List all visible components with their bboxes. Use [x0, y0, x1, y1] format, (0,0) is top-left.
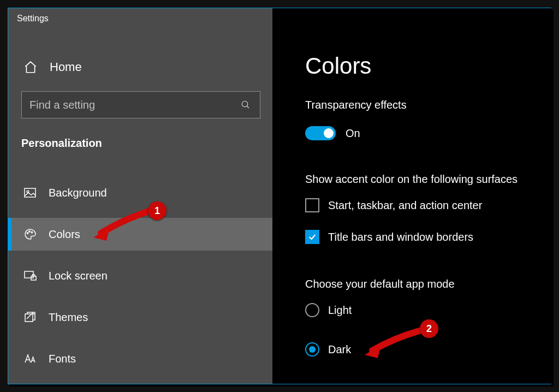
category-heading: Personalization	[21, 137, 102, 150]
page-heading: Colors	[305, 53, 371, 79]
nav-item-label: Fonts	[49, 353, 76, 365]
search-icon	[241, 100, 251, 110]
nav-item-label: Lock screen	[49, 270, 108, 282]
nav-item-label: Themes	[49, 311, 88, 324]
nav-item-label: Background	[49, 187, 107, 199]
checkbox-box	[305, 230, 319, 244]
transparency-toggle-row: On	[305, 126, 360, 140]
radio-circle	[305, 342, 319, 357]
fonts-icon	[23, 352, 37, 365]
app-title: Settings	[17, 14, 49, 23]
nav-item-background[interactable]: Background	[8, 176, 272, 209]
svg-rect-9	[25, 314, 33, 322]
checkbox-box	[305, 198, 319, 212]
nav-home-label: Home	[50, 60, 82, 74]
lock-screen-icon	[23, 269, 37, 282]
radio-label: Light	[328, 304, 352, 317]
home-icon	[23, 60, 38, 74]
nav-item-label: Colors	[49, 228, 80, 241]
picture-icon	[23, 186, 37, 199]
nav-item-lock-screen[interactable]: Lock screen	[8, 259, 272, 292]
themes-icon	[23, 311, 37, 324]
annotation-badge-2: 2	[420, 319, 438, 338]
radio-circle	[305, 303, 319, 317]
radio-light[interactable]: Light	[305, 303, 352, 317]
svg-line-1	[247, 106, 249, 108]
accent-surfaces-heading: Show accent color on the following surfa…	[305, 173, 518, 186]
toggle-knob	[324, 128, 334, 138]
radio-label: Dark	[328, 343, 351, 356]
main-panel: Colors Transparency effects On Show acce…	[272, 8, 552, 384]
palette-icon	[23, 228, 37, 241]
sidebar: Settings Home Personalization	[8, 8, 272, 384]
svg-rect-7	[25, 271, 33, 278]
svg-rect-2	[25, 188, 35, 197]
checkbox-title-bars[interactable]: Title bars and window borders	[305, 230, 473, 244]
transparency-label: Transparency effects	[305, 99, 407, 111]
search-input[interactable]	[22, 99, 231, 111]
nav-item-themes[interactable]: Themes	[8, 301, 272, 334]
nav-item-colors[interactable]: Colors	[8, 218, 272, 251]
svg-point-5	[29, 231, 30, 232]
transparency-state: On	[346, 127, 360, 140]
checkbox-label: Start, taskbar, and action center	[328, 199, 482, 212]
nav-home[interactable]: Home	[8, 52, 272, 82]
radio-dark[interactable]: Dark	[305, 342, 351, 357]
transparency-toggle[interactable]	[305, 126, 336, 140]
svg-point-6	[31, 231, 32, 233]
nav-item-fonts[interactable]: Fonts	[8, 342, 272, 375]
app-mode-heading: Choose your default app mode	[305, 278, 455, 290]
svg-point-0	[242, 101, 248, 107]
checkmark-icon	[308, 233, 317, 241]
annotation-badge-1: 1	[148, 201, 166, 220]
checkbox-start-taskbar[interactable]: Start, taskbar, and action center	[305, 198, 482, 212]
svg-point-4	[27, 233, 28, 234]
search-box[interactable]	[21, 91, 260, 118]
settings-window: Settings Home Personalization	[8, 8, 551, 384]
checkbox-label: Title bars and window borders	[328, 231, 473, 243]
search-button[interactable]	[231, 100, 260, 110]
